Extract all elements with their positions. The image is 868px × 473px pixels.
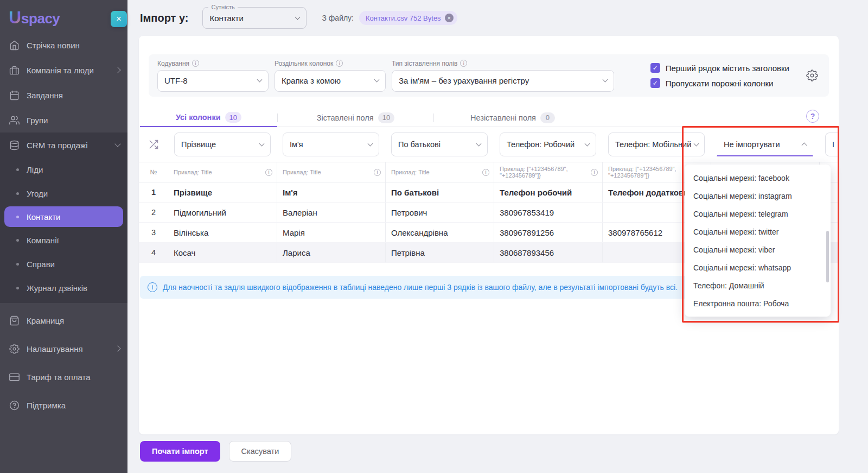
column-select-value: Ім'я bbox=[290, 140, 303, 149]
chevron-down-icon bbox=[694, 141, 699, 146]
table-cell: Підмогильний bbox=[168, 203, 277, 222]
chevron-up-icon bbox=[802, 143, 807, 148]
dropdown-option[interactable]: Електронна пошта: Робоча bbox=[685, 294, 831, 312]
dropdown-option[interactable]: Соціальні мережі: instagram bbox=[685, 187, 831, 205]
info-icon: i bbox=[336, 60, 343, 67]
bullet-icon bbox=[16, 168, 19, 171]
help-icon[interactable]: ? bbox=[806, 110, 819, 123]
chevron-right-icon bbox=[114, 345, 120, 351]
sidebar-crm-section: CRM та продажі Ліди Угоди Контакти Компа… bbox=[0, 133, 127, 303]
import-checkboxes: ✓ Перший рядок містить заголовки ✓ Пропу… bbox=[650, 63, 789, 88]
sidebar-item-support[interactable]: Підтримка bbox=[0, 391, 127, 419]
sidebar-subitem-deals[interactable]: Угоди bbox=[0, 181, 127, 205]
column-select-value: Прізвище bbox=[181, 140, 216, 149]
info-icon[interactable]: i bbox=[374, 169, 381, 176]
import-header: Імпорт у: Сутність Контакти З файлу: Кон… bbox=[139, 0, 868, 36]
uspacy-logo-mark: U bbox=[9, 8, 21, 28]
encoding-field: Кодуванняi UTF-8 bbox=[157, 60, 269, 92]
chevron-down-icon bbox=[603, 77, 608, 83]
dropdown-option[interactable]: Соціальні мережі: telegram bbox=[685, 205, 831, 223]
dropdown-scrollbar[interactable] bbox=[826, 231, 829, 282]
sidebar-item-company-people[interactable]: Компанія та люди bbox=[0, 58, 127, 83]
sidebar-item-label: Компанія та люди bbox=[27, 66, 108, 75]
sidebar-subitem-label: Угоди bbox=[27, 189, 48, 198]
sidebar-item-store[interactable]: Крамниця bbox=[0, 306, 127, 335]
column-select-phone-work[interactable]: Телефон: Робочий bbox=[500, 133, 596, 156]
sidebar-item-groups[interactable]: Групи bbox=[0, 108, 127, 133]
entity-select[interactable]: Сутність Контакти bbox=[202, 7, 307, 29]
from-file-label: З файлу: bbox=[322, 14, 354, 22]
matching-select[interactable]: За ім'ям – без урахування регістру bbox=[392, 70, 614, 92]
info-icon[interactable]: i bbox=[591, 169, 598, 176]
tab-label: Незіставлені поля bbox=[470, 113, 536, 122]
column-select-value: Телефон: Мобільний bbox=[615, 140, 691, 149]
sidebar-item-settings[interactable]: Налаштування bbox=[0, 335, 127, 363]
chevron-down-icon bbox=[114, 141, 120, 147]
matching-label: Тип зіставлення полів bbox=[392, 60, 457, 67]
sidebar-subitem-label: Компанії bbox=[27, 236, 59, 245]
close-icon: × bbox=[116, 14, 122, 24]
table-cell: Олександрівна bbox=[385, 223, 494, 242]
sidebar-item-newsfeed[interactable]: Стрічка новин bbox=[0, 33, 127, 58]
info-icon: i bbox=[148, 282, 157, 292]
separator-select[interactable]: Крапка з комою bbox=[275, 70, 386, 92]
tab-mapped-fields[interactable]: Зіставлені поля 10 bbox=[278, 109, 433, 127]
chevron-down-icon bbox=[374, 77, 380, 83]
tab-all-columns[interactable]: Усі колонки 10 bbox=[140, 109, 277, 127]
sidebar-subitem-leads[interactable]: Ліди bbox=[0, 157, 127, 181]
example-cell: Приклад: Title i bbox=[277, 162, 385, 182]
cancel-button[interactable]: Скасувати bbox=[229, 441, 292, 462]
dropdown-option[interactable]: Соціальні мережі: twitter bbox=[685, 223, 831, 241]
gear-icon bbox=[9, 343, 20, 354]
column-select-phone-mobile[interactable]: Телефон: Мобільний bbox=[608, 133, 705, 156]
row-number: 2 bbox=[139, 203, 168, 222]
dropdown-option[interactable]: Телефон: Домашній bbox=[685, 276, 831, 294]
first-row-headers-checkbox[interactable]: ✓ Перший рядок містить заголовки bbox=[650, 63, 789, 73]
chevron-down-icon bbox=[585, 141, 590, 146]
separator-field: Роздільник колонокi Крапка з комою bbox=[275, 60, 386, 92]
encoding-select[interactable]: UTF-8 bbox=[157, 70, 269, 92]
dropdown-option[interactable]: Соціальні мережі: facebook bbox=[685, 169, 831, 187]
sidebar-subitem-companies[interactable]: Компанії bbox=[0, 228, 127, 252]
remove-file-icon[interactable]: × bbox=[445, 14, 454, 22]
sidebar-item-label: CRM та продажі bbox=[27, 141, 108, 150]
settings-gear-icon[interactable] bbox=[806, 70, 818, 81]
skip-column-dropdown: Соціальні мережі: facebook Соціальні мер… bbox=[685, 165, 831, 317]
table-cell: Прізвище bbox=[168, 182, 277, 202]
home-icon bbox=[9, 40, 20, 51]
sidebar-subitem-activities[interactable]: Справи bbox=[0, 252, 127, 276]
table-cell: Косач bbox=[168, 243, 277, 262]
column-select-firstname[interactable]: Ім'я bbox=[283, 133, 379, 156]
sidebar-item-billing[interactable]: Тариф та оплата bbox=[0, 363, 127, 391]
uspacy-logo[interactable]: U spacy bbox=[0, 0, 127, 33]
info-icon[interactable]: i bbox=[482, 169, 489, 176]
sidebar-item-crm[interactable]: CRM та продажі bbox=[0, 133, 127, 157]
mapping-selects-row: Прізвище Ім'я По батькові Телефон: Робоч… bbox=[139, 127, 839, 162]
skip-empty-columns-checkbox[interactable]: ✓ Пропускати порожні колонки bbox=[650, 78, 789, 88]
sidebar-subitem-call-log[interactable]: Журнал дзвінків bbox=[0, 276, 127, 300]
help-circle-icon bbox=[9, 400, 20, 411]
bullet-icon bbox=[16, 216, 19, 218]
shuffle-icon[interactable] bbox=[148, 139, 159, 150]
sidebar-item-label: Підтримка bbox=[27, 401, 120, 410]
separator-label: Роздільник колонок bbox=[275, 60, 333, 67]
dropdown-option[interactable]: Соціальні мережі: viber bbox=[685, 241, 831, 258]
dropdown-option[interactable]: Соціальні мережі: whatsapp bbox=[685, 258, 831, 276]
chevron-down-icon bbox=[257, 77, 263, 83]
sidebar-subitem-contacts[interactable]: Контакти bbox=[4, 206, 123, 227]
column-select-surname[interactable]: Прізвище bbox=[174, 133, 271, 156]
checkbox-checked-icon: ✓ bbox=[650, 78, 660, 88]
info-icon[interactable]: i bbox=[265, 169, 272, 176]
column-select-value: По батькові bbox=[398, 140, 441, 149]
row-number-header: № bbox=[139, 162, 168, 182]
close-button[interactable]: × bbox=[111, 11, 127, 27]
store-icon bbox=[9, 315, 20, 326]
column-select-skip[interactable]: Не імпортувати bbox=[717, 133, 813, 156]
sidebar-item-tasks[interactable]: Завдання bbox=[0, 83, 127, 108]
table-cell: По батькові bbox=[385, 182, 494, 202]
start-import-button[interactable]: Почати імпорт bbox=[140, 441, 220, 462]
column-select-patronymic[interactable]: По батькові bbox=[391, 133, 488, 156]
column-select-next[interactable]: І bbox=[825, 133, 839, 156]
tab-unmapped-fields[interactable]: Незіставлені поля 0 bbox=[434, 109, 591, 127]
matching-value: За ім'ям – без урахування регістру bbox=[399, 76, 529, 85]
